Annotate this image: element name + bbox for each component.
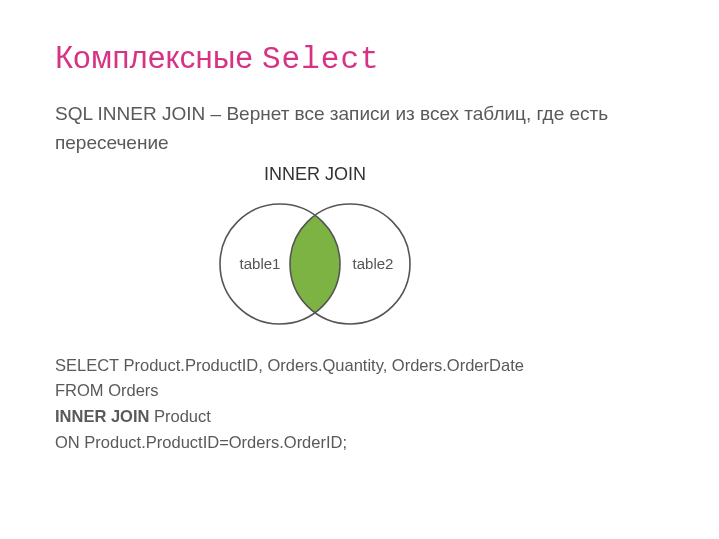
sql-line-3: INNER JOIN Product: [55, 404, 669, 430]
sql-line-1: SELECT Product.ProductID, Orders.Quantit…: [55, 353, 669, 379]
venn-left-label: table1: [240, 255, 281, 272]
venn-svg: table1 table2: [185, 189, 445, 339]
sql-line-2: FROM Orders: [55, 378, 669, 404]
title-prefix: Комплексные: [55, 40, 262, 75]
venn-heading: INNER JOIN: [175, 164, 455, 185]
sql-inner-join-keyword: INNER JOIN: [55, 407, 149, 425]
title-mono: Select: [262, 42, 380, 77]
sql-block: SELECT Product.ProductID, Orders.Quantit…: [55, 353, 669, 455]
sql-line-4: ON Product.ProductID=Orders.OrderID;: [55, 430, 669, 456]
venn-diagram: INNER JOIN table1 table2: [175, 164, 455, 339]
description-text: SQL INNER JOIN – Вернет все записи из вс…: [55, 99, 669, 158]
venn-right-label: table2: [353, 255, 394, 272]
slide: Комплексные Select SQL INNER JOIN – Верн…: [0, 0, 719, 539]
slide-title: Комплексные Select: [55, 40, 669, 77]
sql-line-3-rest: Product: [149, 407, 210, 425]
